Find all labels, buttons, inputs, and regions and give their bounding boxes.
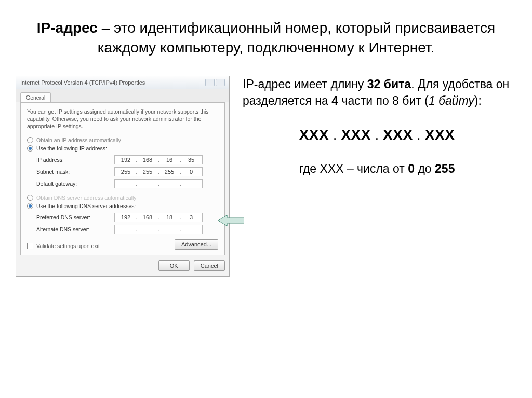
left-arrow-icon bbox=[218, 215, 244, 226]
radio-icon bbox=[27, 145, 33, 152]
ip-address-row: IP address: 192. 168. 16. 35 bbox=[36, 155, 218, 164]
explain-column: IP-адрес имеет длину 32 бита. Для удобст… bbox=[243, 76, 511, 277]
gateway-input[interactable]: . . . bbox=[114, 179, 203, 188]
validate-label: Validate settings upon exit bbox=[36, 243, 100, 249]
radio-use-dns-label: Use the following DNS server addresses: bbox=[36, 203, 136, 209]
tab-general[interactable]: General bbox=[20, 92, 51, 102]
subnet-label: Subnet mask: bbox=[36, 169, 114, 175]
ip-address-input[interactable]: 192. 168. 16. 35 bbox=[114, 155, 203, 164]
gateway-label: Default gateway: bbox=[36, 181, 114, 187]
dialog-note: You can get IP settings assigned automat… bbox=[27, 108, 218, 130]
radio-use-ip-label: Use the following IP address: bbox=[36, 145, 107, 152]
ip-octet: 18 bbox=[162, 214, 177, 221]
adns-label: Alternate DNS server: bbox=[36, 226, 114, 232]
cancel-button[interactable]: Cancel bbox=[194, 260, 225, 271]
ip-octet: 0 bbox=[183, 169, 199, 175]
radio-auto-ip-label: Obtain an IP address automatically bbox=[36, 137, 121, 143]
subnet-row: Subnet mask: 255. 255. 255. 0 bbox=[36, 167, 218, 176]
pdns-row: Preferred DNS server: 192. 168. 18. 3 bbox=[36, 213, 218, 222]
tcpip-properties-dialog: Internet Protocol Version 4 (TCP/IPv4) P… bbox=[16, 76, 230, 277]
ip-octet: 35 bbox=[183, 157, 199, 163]
gateway-row: Default gateway: . . . bbox=[36, 179, 218, 188]
radio-auto-dns[interactable]: Obtain DNS server address automatically bbox=[27, 194, 218, 202]
ip-pattern: ХХХ . ХХХ . ХХХ . ХХХ bbox=[243, 125, 511, 145]
slide-title: IP-адрес – это идентификационный номер, … bbox=[0, 0, 532, 73]
pdns-label: Preferred DNS server: bbox=[36, 214, 114, 221]
dialog-title-text: Internet Protocol Version 4 (TCP/IPv4) P… bbox=[20, 79, 145, 86]
validate-checkbox[interactable]: Validate settings upon exit bbox=[27, 243, 100, 249]
dialog-titlebar: Internet Protocol Version 4 (TCP/IPv4) P… bbox=[16, 76, 229, 89]
tab-panel: You can get IP settings assigned automat… bbox=[20, 102, 225, 256]
ip-octet: 3 bbox=[183, 214, 199, 221]
radio-use-ip[interactable]: Use the following IP address: bbox=[27, 144, 218, 153]
checkbox-icon bbox=[27, 243, 33, 249]
ip-octet: 168 bbox=[140, 157, 155, 163]
pdns-input[interactable]: 192. 168. 18. 3 bbox=[114, 213, 203, 222]
title-term: IP-адрес bbox=[37, 20, 98, 36]
dialog-footer: OK Cancel bbox=[16, 259, 229, 276]
ip-octet: 192 bbox=[118, 157, 134, 163]
subnet-input[interactable]: 255. 255. 255. 0 bbox=[114, 167, 203, 176]
ok-button[interactable]: OK bbox=[158, 260, 190, 271]
help-icon[interactable] bbox=[205, 79, 215, 86]
ip-octet: 255 bbox=[140, 169, 155, 175]
radio-auto-ip[interactable]: Obtain an IP address automatically bbox=[27, 136, 218, 144]
ip-octet: 168 bbox=[140, 214, 155, 221]
tab-bar: General bbox=[16, 89, 229, 102]
range-note: где ХХХ – числа от 0 до 255 bbox=[243, 160, 511, 177]
radio-icon bbox=[27, 195, 33, 201]
ip-octet: 255 bbox=[118, 169, 134, 175]
adns-input[interactable]: . . . bbox=[114, 225, 203, 234]
explain-paragraph: IP-адрес имеет длину 32 бита. Для удобст… bbox=[243, 76, 511, 109]
ip-address-label: IP address: bbox=[36, 157, 114, 163]
radio-icon bbox=[27, 137, 33, 143]
radio-use-dns[interactable]: Use the following DNS server addresses: bbox=[27, 202, 218, 210]
ip-octet: 16 bbox=[162, 157, 177, 163]
close-icon[interactable] bbox=[216, 79, 225, 86]
radio-auto-dns-label: Obtain DNS server address automatically bbox=[36, 195, 137, 201]
title-rest: – это идентификационный номер, который п… bbox=[98, 20, 496, 56]
svg-marker-0 bbox=[218, 215, 244, 226]
advanced-button[interactable]: Advanced... bbox=[175, 239, 218, 250]
radio-icon bbox=[27, 203, 33, 209]
adns-row: Alternate DNS server: . . . bbox=[36, 225, 218, 234]
ip-octet: 255 bbox=[162, 169, 177, 175]
ip-octet: 192 bbox=[118, 214, 134, 221]
